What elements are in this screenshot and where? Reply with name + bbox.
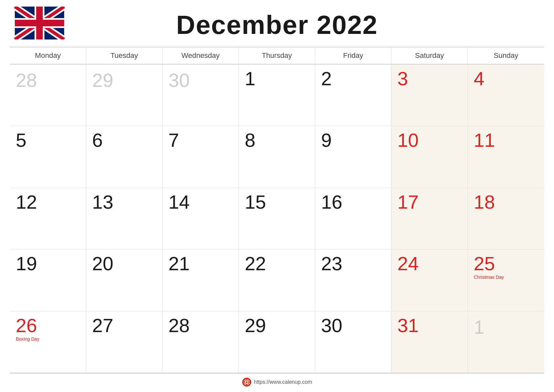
day-header-friday: Friday (315, 47, 391, 64)
day-number: 7 (168, 131, 179, 150)
day-number: 20 (92, 254, 113, 273)
day-number: 3 (397, 69, 408, 88)
svg-point-12 (246, 381, 247, 383)
cal-cell: 27 (86, 311, 163, 373)
day-number: 25 (474, 254, 495, 273)
day-number: 28 (16, 69, 37, 91)
footer: https://www.calenup.com (10, 374, 544, 389)
cal-cell: 18 (468, 188, 544, 249)
footer-url: https://www.calenup.com (254, 379, 312, 385)
cal-cell: 15 (239, 188, 315, 249)
cal-cell: 8 (239, 126, 315, 188)
cal-cell: 10 (391, 126, 468, 188)
day-number: 22 (245, 254, 266, 273)
cal-cell: 12 (10, 188, 86, 249)
day-number: 8 (245, 131, 255, 150)
cal-cell: 29 (86, 65, 163, 126)
day-number: 30 (168, 69, 190, 91)
cal-cell: 28 (10, 65, 86, 126)
cal-cell: 11 (468, 126, 544, 188)
day-number: 19 (16, 254, 37, 273)
day-number: 18 (474, 193, 495, 212)
day-headers-row: Monday Tuesday Wednesday Thursday Friday… (10, 47, 544, 65)
day-number: 27 (92, 316, 113, 335)
cal-cell: 22 (239, 249, 315, 311)
cal-cell: 1 (468, 311, 544, 373)
cal-cell: 29 (239, 311, 315, 373)
day-number: 1 (245, 69, 255, 88)
day-number: 29 (245, 316, 266, 335)
holiday-label: Christmas Day (474, 274, 504, 280)
day-number: 16 (321, 193, 342, 212)
day-header-thursday: Thursday (239, 47, 315, 64)
cal-cell: 19 (10, 249, 86, 311)
day-number: 26 (16, 316, 37, 335)
cal-cell: 6 (86, 126, 163, 188)
cal-cell: 2 (315, 65, 391, 126)
cal-cell: 28 (163, 311, 239, 373)
calenup-icon (242, 378, 251, 387)
day-number: 29 (92, 69, 113, 91)
day-number: 9 (321, 131, 332, 150)
cal-cell: 9 (315, 126, 391, 188)
cal-cell: 24 (391, 249, 468, 311)
day-number: 12 (16, 193, 37, 212)
day-number: 13 (92, 193, 113, 212)
cal-cell: 26Boxing Day (10, 311, 86, 373)
cal-cell: 1 (239, 65, 315, 126)
day-number: 28 (168, 316, 190, 335)
svg-rect-8 (15, 20, 64, 26)
day-number: 21 (168, 254, 190, 273)
day-header-tuesday: Tuesday (86, 47, 163, 64)
cal-cell: 30 (315, 311, 391, 373)
day-number: 23 (321, 254, 342, 273)
cal-cell: 4 (468, 65, 544, 126)
day-header-monday: Monday (10, 47, 86, 64)
cal-cell: 5 (10, 126, 86, 188)
day-number: 2 (321, 69, 332, 88)
cal-cell: 7 (163, 126, 239, 188)
day-number: 10 (397, 131, 419, 150)
cal-cell: 16 (315, 188, 391, 249)
day-header-wednesday: Wednesday (163, 47, 239, 64)
day-number: 11 (474, 131, 495, 150)
cal-cell: 25Christmas Day (468, 249, 544, 311)
day-header-saturday: Saturday (391, 47, 468, 64)
day-number: 6 (92, 131, 103, 150)
cal-cell: 30 (163, 65, 239, 126)
cal-cell: 3 (391, 65, 468, 126)
page-title: December 2022 (176, 10, 378, 40)
day-header-sunday: Sunday (468, 47, 544, 64)
day-number: 15 (245, 193, 266, 212)
day-number: 24 (397, 254, 419, 273)
day-number: 4 (474, 69, 484, 88)
cal-cell: 17 (391, 188, 468, 249)
cal-cell: 13 (86, 188, 163, 249)
day-number: 30 (321, 316, 342, 335)
cal-cell: 23 (315, 249, 391, 311)
calendar-grid: 2829301234567891011121314151617181920212… (10, 65, 544, 374)
cal-cell: 20 (86, 249, 163, 311)
day-number: 1 (474, 316, 484, 338)
day-number: 17 (397, 193, 419, 212)
cal-cell: 31 (391, 311, 468, 373)
header: December 2022 (10, 7, 544, 43)
cal-cell: 14 (163, 188, 239, 249)
holiday-label: Boxing Day (16, 336, 39, 342)
uk-flag (13, 7, 66, 39)
day-number: 31 (397, 316, 419, 335)
day-number: 5 (16, 131, 26, 150)
calendar-page: December 2022 Monday Tuesday Wednesday T… (0, 0, 554, 392)
day-number: 14 (168, 193, 190, 212)
cal-cell: 21 (163, 249, 239, 311)
